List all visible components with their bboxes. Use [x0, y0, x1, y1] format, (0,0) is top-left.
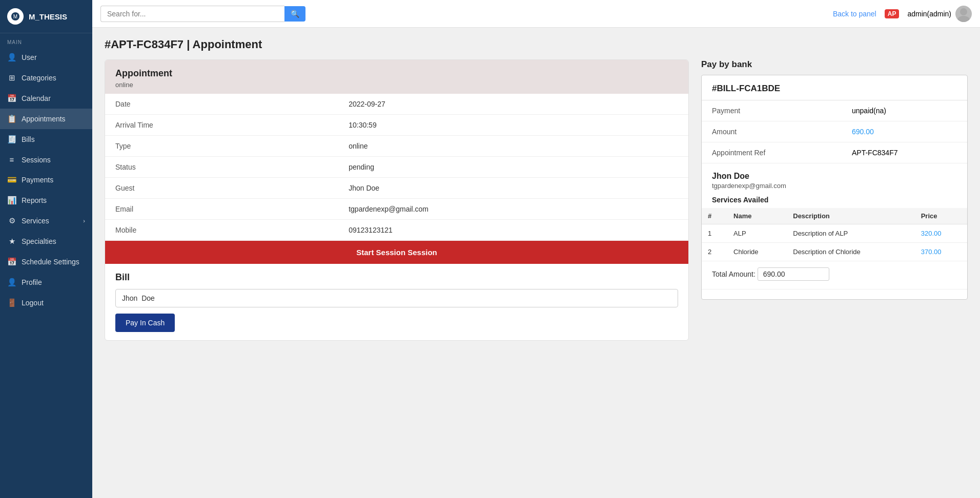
sidebar-logo: M M_THESIS	[0, 0, 92, 33]
chevron-right-icon: ›	[83, 218, 85, 224]
sidebar-item-label: Profile	[22, 278, 42, 286]
appointment-card: Appointment online Date2022-09-27Arrival…	[105, 59, 689, 341]
sidebar-item-reports[interactable]: 📊 Reports	[0, 190, 92, 211]
bill-card-id: #BILL-FCA1BDE	[702, 75, 967, 100]
sidebar: M M_THESIS MAIN 👤 User ⊞ Categories 📅 Ca…	[0, 0, 92, 498]
field-label: Mobile	[105, 220, 338, 241]
sidebar-item-label: Reports	[22, 196, 47, 204]
table-header-row: # Name Description Price	[702, 208, 967, 224]
bills-icon: 🧾	[7, 135, 16, 144]
sidebar-item-appointments[interactable]: 📋 Appointments	[0, 109, 92, 129]
reports-icon: 📊	[7, 196, 16, 205]
sidebar-item-label: User	[22, 53, 37, 61]
sidebar-item-label: Sessions	[22, 156, 51, 164]
service-name: Chloride	[727, 243, 787, 261]
start-session-button[interactable]: Start Session Session	[105, 241, 688, 264]
svg-point-3	[957, 16, 970, 22]
col-header-name: Name	[727, 208, 787, 224]
sidebar-item-calendar[interactable]: 📅 Calendar	[0, 88, 92, 109]
sidebar-item-label: Services	[22, 217, 49, 225]
table-row: Payment unpaid(na)	[702, 100, 967, 121]
sidebar-item-label: Appointments	[22, 115, 66, 123]
search-input[interactable]	[100, 6, 284, 22]
table-row: Typeonline	[105, 136, 688, 157]
pay-by-bank-title: Pay by bank	[701, 59, 968, 70]
table-row: Mobile09123123121	[105, 220, 688, 241]
logo-icon: M	[7, 8, 24, 25]
field-value: 09123123121	[338, 220, 688, 241]
field-label: Status	[105, 157, 338, 178]
sidebar-item-specialties[interactable]: ★ Specialties	[0, 231, 92, 252]
content-row: Appointment online Date2022-09-27Arrival…	[105, 59, 968, 341]
sidebar-item-categories[interactable]: ⊞ Categories	[0, 68, 92, 88]
services-icon: ⚙	[7, 216, 16, 225]
field-value: pending	[338, 157, 688, 178]
specialties-icon: ★	[7, 237, 16, 246]
schedule-settings-icon: 📅	[7, 257, 16, 266]
sidebar-item-label: Schedule Settings	[22, 258, 79, 266]
user-label: admin(admin)	[907, 10, 951, 18]
bill-card-table: Payment unpaid(na) Amount 690.00 Appoint…	[702, 100, 967, 163]
appointment-card-title: Appointment	[115, 68, 678, 79]
sidebar-item-bills[interactable]: 🧾 Bills	[0, 129, 92, 150]
service-num: 2	[702, 243, 727, 261]
sidebar-item-label: Specialties	[22, 237, 56, 245]
amount-value: 690.00	[842, 121, 967, 142]
main-area: 🔍 Back to panel AP admin(admin) #APT-FC8…	[92, 0, 980, 498]
field-value: tgpardenexp@gmail.com	[338, 199, 688, 220]
logout-icon: 🚪	[7, 298, 16, 307]
sidebar-item-services[interactable]: ⚙ Services ›	[0, 211, 92, 231]
col-header-price: Price	[915, 208, 967, 224]
field-label: Email	[105, 199, 338, 220]
service-description: Description of Chloride	[787, 243, 914, 261]
calendar-icon: 📅	[7, 94, 16, 103]
total-amount-input[interactable]	[758, 267, 829, 281]
svg-point-2	[960, 8, 967, 15]
field-label: Date	[105, 94, 338, 115]
field-label: Guest	[105, 178, 338, 199]
table-row: Date2022-09-27	[105, 94, 688, 115]
sidebar-section-label: MAIN	[0, 33, 92, 47]
field-label: Type	[105, 136, 338, 157]
topbar-right: Back to panel AP admin(admin)	[833, 6, 972, 22]
sidebar-item-logout[interactable]: 🚪 Logout	[0, 293, 92, 313]
sidebar-item-sessions[interactable]: ≡ Sessions	[0, 150, 92, 170]
service-price: 370.00	[915, 243, 967, 261]
pay-by-bank-section: Pay by bank #BILL-FCA1BDE Payment unpaid…	[701, 59, 968, 300]
sidebar-item-user[interactable]: 👤 User	[0, 47, 92, 68]
sidebar-item-label: Bills	[22, 135, 35, 143]
search-button[interactable]: 🔍	[284, 6, 305, 22]
appointment-card-subtitle: online	[115, 81, 678, 89]
table-row: 2ChlorideDescription of Chloride370.00	[702, 243, 967, 261]
col-header-num: #	[702, 208, 727, 224]
pay-in-cash-button[interactable]: Pay In Cash	[115, 314, 175, 332]
service-price: 320.00	[915, 224, 967, 243]
total-amount-row: Total Amount:	[702, 261, 967, 289]
table-row: Arrival Time10:30:59	[105, 115, 688, 136]
field-value: 10:30:59	[338, 115, 688, 136]
search-icon: 🔍	[291, 10, 299, 18]
sidebar-item-label: Logout	[22, 299, 44, 307]
sidebar-item-payments[interactable]: 💳 Payments	[0, 170, 92, 190]
customer-email: tgpardenexp@gmail.com	[712, 182, 957, 190]
service-num: 1	[702, 224, 727, 243]
customer-name: Jhon Doe	[712, 172, 957, 181]
services-table: # Name Description Price 1ALPDescription…	[702, 208, 967, 261]
search-container: 🔍	[100, 6, 305, 22]
sidebar-item-label: Payments	[22, 176, 53, 184]
service-description: Description of ALP	[787, 224, 914, 243]
user-icon: 👤	[7, 53, 16, 62]
avatar	[955, 6, 972, 22]
profile-icon: 👤	[7, 278, 16, 287]
table-row: Statuspending	[105, 157, 688, 178]
bill-name-input[interactable]	[115, 289, 678, 307]
table-row: Appointment Ref APT-FC834F7	[702, 142, 967, 163]
sidebar-item-schedule-settings[interactable]: 📅 Schedule Settings	[0, 252, 92, 272]
notification-badge[interactable]: AP	[885, 9, 900, 18]
sidebar-item-label: Calendar	[22, 94, 51, 102]
sidebar-item-profile[interactable]: 👤 Profile	[0, 272, 92, 293]
appointment-card-header: Appointment online	[105, 60, 688, 94]
table-row: Amount 690.00	[702, 121, 967, 142]
bill-section-title: Bill	[115, 272, 678, 283]
back-to-panel-link[interactable]: Back to panel	[833, 10, 876, 18]
